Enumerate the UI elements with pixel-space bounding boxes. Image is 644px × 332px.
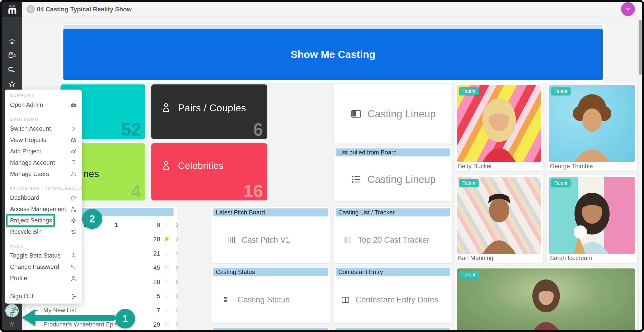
card-header	[336, 328, 450, 332]
board-title: Casting Lineup	[368, 108, 436, 120]
menu-section-header: LUMI DEMO	[5, 116, 82, 123]
star-icon[interactable]: ☆	[164, 291, 170, 300]
casting-status-card[interactable]: Casting Status Casting Status	[212, 267, 330, 323]
tile-celebrities[interactable]: Celebrities 16	[151, 143, 267, 200]
menu-item-add-project[interactable]: Add Project	[5, 146, 82, 157]
list-row-label: My New List	[44, 307, 76, 314]
talent-card[interactable]: Talent Karl Manning	[455, 175, 543, 263]
star-icon[interactable]: ☆	[164, 320, 170, 328]
sidebar-footer-symbol: #	[2, 320, 22, 328]
person-icon	[160, 160, 172, 172]
toolbox-icon	[70, 102, 77, 108]
menu-section-header: USER	[5, 242, 82, 250]
tile-label-fragment: nes	[83, 168, 99, 179]
partial-card[interactable]	[334, 327, 452, 332]
rows-icon	[223, 295, 232, 304]
show-me-casting-banner[interactable]: Show Me Casting	[64, 29, 602, 80]
menu-item-label: Manage Users	[10, 171, 49, 177]
talent-name: Karl Manning	[458, 255, 493, 262]
chevron-right-icon[interactable]	[174, 279, 180, 286]
contestant-entry-card[interactable]: Contestant Entry Contestant Entry Dates	[334, 267, 452, 323]
scrollbar-thumb[interactable]	[639, 19, 642, 75]
menu-item-label: Recycle Bin	[10, 228, 42, 235]
card-header: Latest Pitch Board	[213, 208, 328, 216]
building-icon	[70, 160, 77, 166]
menu-item-open-admin[interactable]: Open Admin	[5, 99, 82, 111]
tile-count: 16	[243, 182, 263, 200]
star-icon[interactable]: ☆	[164, 277, 170, 286]
menu-item-sign-out[interactable]: Sign Out	[5, 291, 82, 302]
star-icon[interactable]: ☆	[164, 249, 170, 257]
star-icon[interactable]	[8, 80, 16, 88]
menu-item-toggle-beta-status[interactable]: Toggle Beta Status	[5, 250, 82, 261]
menu-item-access-management[interactable]: Access Management	[5, 203, 82, 215]
layers-icon	[70, 137, 77, 144]
menu-item-dashboard[interactable]: Dashboard	[5, 192, 82, 203]
menu-item-manage-users[interactable]: Manage Users	[5, 168, 82, 180]
list-title: Casting Lineup	[368, 173, 436, 185]
menu-item-label: Switch Account	[10, 125, 51, 132]
card-header: Casting Status	[213, 268, 328, 276]
menu-item-profile[interactable]: Profile	[5, 273, 82, 284]
chevron-down-icon	[624, 5, 632, 13]
menu-item-manage-account[interactable]: Manage Account	[5, 157, 82, 168]
palm-tree-avatar-image	[6, 305, 19, 317]
tile-label: Pairs / Couples	[178, 102, 246, 114]
chat-icon[interactable]	[8, 66, 16, 74]
talent-card[interactable]: Talent George Thimble	[547, 83, 637, 171]
tile-pairs-couples[interactable]: Pairs / Couples 6	[151, 84, 267, 139]
menu-item-switch-account[interactable]: Switch Account	[5, 123, 82, 135]
home-icon[interactable]	[8, 37, 16, 45]
list-pulled-from-board-card[interactable]: List pulled from Board Casting Lineup	[334, 147, 452, 201]
chevron-right-icon[interactable]	[174, 322, 180, 329]
menu-item-recycle-bin[interactable]: Recycle Bin	[5, 226, 82, 238]
menu-section-header: 04 CASTING TYPICAL REALITY SHOW	[5, 185, 82, 192]
home-icon	[70, 195, 77, 201]
menu-item-change-password[interactable]: Change Password	[5, 261, 82, 273]
menu-item-label: Add Project	[10, 148, 41, 155]
profile-menu-button[interactable]	[621, 2, 635, 16]
talent-card[interactable]: Talent Sarah Icecream	[547, 175, 637, 263]
partial-card[interactable]	[212, 327, 330, 332]
recycle-icon	[70, 229, 77, 235]
casting-list-tracker-card[interactable]: Casting List / Tracker Top 20 Cast Track…	[334, 207, 452, 263]
talent-card[interactable]: Talent Betty Bucket	[455, 83, 543, 171]
video-camera-icon[interactable]	[8, 52, 16, 60]
card-header	[213, 328, 328, 332]
menu-item-project-settings[interactable]: Project Settings	[5, 215, 82, 226]
star-icon[interactable]: ☆	[164, 220, 170, 229]
chevron-right-icon[interactable]	[174, 251, 180, 257]
talent-card-wide[interactable]: Talent	[455, 267, 637, 332]
talent-photo: Talent	[457, 268, 635, 332]
star-icon[interactable]: ☆	[164, 263, 170, 271]
app-logo[interactable]	[2, 2, 22, 17]
talent-badge: Talent	[459, 271, 479, 279]
menu-item-label: Manage Account	[10, 159, 55, 166]
latest-pitch-board-card[interactable]: Latest Pitch Board Cast Pitch V1	[212, 207, 330, 263]
chevron-right-icon[interactable]	[174, 293, 180, 300]
chevron-right-icon[interactable]	[174, 308, 180, 314]
menu-item-label: Sign Out	[10, 293, 34, 300]
annotation-step-2-badge: 2	[82, 209, 102, 229]
user-icon	[70, 275, 77, 282]
menu-item-view-projects[interactable]: View Projects	[5, 135, 82, 146]
user-avatar[interactable]	[5, 304, 19, 317]
list-row-count: 9	[141, 222, 160, 229]
list-row-count: 45	[141, 264, 160, 271]
card-header: Contestant Entry	[336, 268, 450, 276]
star-icon[interactable]: ★	[164, 234, 170, 243]
menu-item-label: Dashboard	[10, 194, 40, 201]
menu-item-label: Change Password	[10, 264, 59, 270]
chevron-right-icon[interactable]	[174, 265, 180, 272]
casting-lineup-board-card[interactable]: Casting Lineup	[334, 84, 452, 144]
page-title: 04 Casting Typical Reality Show	[37, 2, 132, 17]
star-icon[interactable]: ☆	[164, 306, 170, 314]
board-icon	[350, 108, 362, 120]
chevron-right-icon[interactable]	[174, 236, 180, 243]
table-grid-icon	[227, 236, 236, 244]
scrollbar-track[interactable]	[638, 17, 642, 330]
back-button[interactable]	[26, 5, 35, 13]
banner-header-strip	[64, 25, 602, 29]
sign-out-icon	[70, 293, 77, 300]
chevron-right-icon[interactable]	[174, 222, 180, 229]
